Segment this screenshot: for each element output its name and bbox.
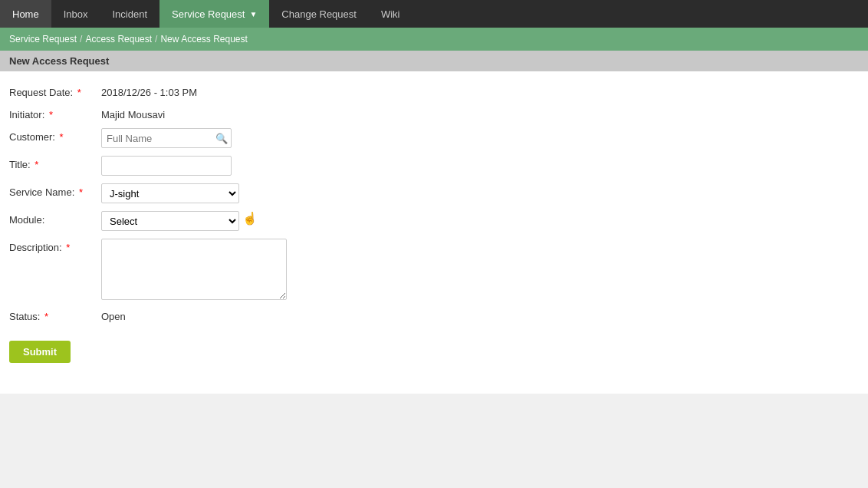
nav-service-request[interactable]: Service Request ▼ [159,0,269,28]
breadcrumb: Service Request / Access Request / New A… [0,28,868,51]
module-label: Module: [9,211,101,226]
nav-incident[interactable]: Incident [100,0,160,28]
required-star-desc: * [66,242,70,253]
initiator-row: Initiator: * Majid Mousavi [9,106,859,120]
initiator-value: Majid Mousavi [101,106,165,120]
status-label: Status: * [9,308,101,322]
required-star-status: * [44,311,48,322]
breadcrumb-service-request[interactable]: Service Request [9,34,77,45]
nav-change-request[interactable]: Change Request [269,0,369,28]
nav-wiki[interactable]: Wiki [369,0,413,28]
required-star-title: * [35,159,38,170]
service-name-select[interactable]: J-sight Option 2 [101,183,239,203]
search-icon: 🔍 [215,133,228,144]
customer-row: Customer: * 🔍 [9,128,859,148]
required-star: * [77,87,81,98]
module-row: Module: Select Module A Module B ☝ [9,211,859,231]
title-label: Title: * [9,156,101,170]
request-date-value: 2018/12/26 - 1:03 PM [101,84,197,98]
title-input[interactable] [101,156,232,176]
nav-inbox[interactable]: Inbox [51,0,100,28]
service-name-row: Service Name: * J-sight Option 2 [9,183,859,203]
required-star-initiator: * [49,109,53,120]
customer-input[interactable] [101,128,232,148]
navbar: Home Inbox Incident Service Request ▼ Ch… [0,0,868,28]
dropdown-arrow-icon: ▼ [249,10,257,18]
form-area: Request Date: * 2018/12/26 - 1:03 PM Ini… [0,71,868,394]
page-header: New Access Request [0,51,868,71]
customer-search-button[interactable]: 🔍 [213,133,230,144]
status-row: Status: * Open [9,308,859,322]
request-date-label: Request Date: * [9,84,101,98]
cursor-indicator: ☝ [242,211,258,226]
customer-input-wrap: 🔍 [101,128,232,148]
submit-button[interactable]: Submit [9,341,71,363]
description-textarea[interactable] [101,239,287,300]
required-star-service: * [79,186,83,198]
customer-label: Customer: * [9,128,101,143]
module-select[interactable]: Select Module A Module B [101,211,239,231]
initiator-label: Initiator: * [9,106,101,120]
breadcrumb-sep-1: / [80,34,82,45]
breadcrumb-sep-2: / [155,34,157,45]
nav-home[interactable]: Home [0,0,51,28]
request-date-row: Request Date: * 2018/12/26 - 1:03 PM [9,84,859,98]
status-value: Open [101,308,126,322]
title-row: Title: * [9,156,859,176]
description-row: Description: * [9,239,859,300]
breadcrumb-current: New Access Request [160,34,247,45]
breadcrumb-access-request[interactable]: Access Request [85,34,152,45]
description-label: Description: * [9,239,101,253]
service-name-label: Service Name: * [9,183,101,198]
required-star-customer: * [60,131,64,143]
